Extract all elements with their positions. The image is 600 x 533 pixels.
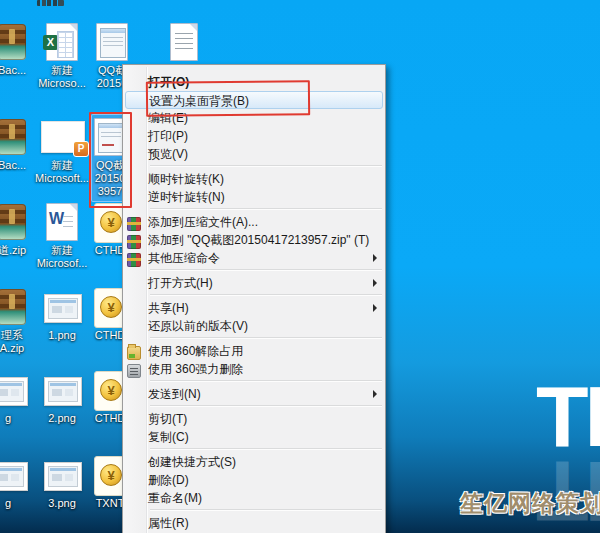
menu-item-label: 使用 360解除占用 xyxy=(148,344,243,358)
menu-item-other-compression[interactable]: 其他压缩命令 xyxy=(123,249,385,267)
menu-item-label: 顺时针旋转(K) xyxy=(148,172,224,186)
menu-item-label: 添加到压缩文件(A)... xyxy=(148,215,258,229)
menu-item-label: 打印(P) xyxy=(148,129,188,143)
png-image-icon xyxy=(44,462,82,491)
menu-item-label: 删除(D) xyxy=(148,473,189,487)
menu-separator xyxy=(150,294,382,296)
menu-item-rename[interactable]: 重命名(M) xyxy=(123,489,385,507)
menu-item-preview[interactable]: 预览(V) xyxy=(123,145,385,163)
winrar-archive-icon xyxy=(0,204,26,240)
menu-item-label: 共享(H) xyxy=(148,301,189,315)
word-file-icon: W xyxy=(46,203,78,241)
menu-item-rotate-ccw[interactable]: 逆时针旋转(N) xyxy=(123,188,385,206)
submenu-arrow-icon xyxy=(373,304,377,312)
menu-item-label: 还原以前的版本(V) xyxy=(148,319,248,333)
excel-file-icon: X xyxy=(46,23,78,61)
menu-item-360-force-delete[interactable]: 使用 360强力删除 xyxy=(123,360,385,378)
menu-item-create-shortcut[interactable]: 创建快捷方式(S) xyxy=(123,453,385,471)
context-menu: 打开(O)设置为桌面背景(B)编辑(E)打印(P)预览(V)顺时针旋转(K)逆时… xyxy=(122,64,386,533)
menu-item-cut[interactable]: 剪切(T) xyxy=(123,410,385,428)
menu-item-print[interactable]: 打印(P) xyxy=(123,127,385,145)
submenu-arrow-icon xyxy=(373,279,377,287)
menu-separator xyxy=(150,405,382,407)
menu-item-label: 其他压缩命令 xyxy=(148,251,220,265)
winrar-icon xyxy=(127,217,141,231)
menu-item-open-with[interactable]: 打开方式(H) xyxy=(123,274,385,292)
menu-item-label: 打开方式(H) xyxy=(148,276,213,290)
menu-item-send-to[interactable]: 发送到(N) xyxy=(123,385,385,403)
menu-separator xyxy=(150,208,382,210)
watermark: 笙亿网络策划 xyxy=(460,488,600,519)
winrar-archive-icon xyxy=(0,289,26,325)
menu-item-label: 重命名(M) xyxy=(148,491,202,505)
menu-item-label: 添加到 "QQ截图20150417213957.zip" (T) xyxy=(148,233,369,247)
menu-item-label: 逆时针旋转(N) xyxy=(148,190,225,204)
menu-item-add-to-archive[interactable]: 添加到压缩文件(A)... xyxy=(123,213,385,231)
menu-item-360-unlock[interactable]: 使用 360解除占用 xyxy=(123,342,385,360)
png-image-icon xyxy=(44,294,82,323)
png-image-icon xyxy=(0,377,28,406)
shredder-360-icon xyxy=(127,364,141,378)
cutoff-icon-label-fragment xyxy=(37,0,64,6)
menu-item-delete[interactable]: 删除(D) xyxy=(123,471,385,489)
desktop-icon-notepad[interactable] xyxy=(152,22,216,64)
text-document-icon xyxy=(170,23,198,61)
screenshot-image-icon xyxy=(96,23,128,61)
png-image-icon xyxy=(0,462,28,491)
menu-item-label: 发送到(N) xyxy=(148,387,201,401)
submenu-arrow-icon xyxy=(373,254,377,262)
menu-item-label: 使用 360强力删除 xyxy=(148,362,243,376)
menu-item-copy[interactable]: 复制(C) xyxy=(123,428,385,446)
winrar-icon xyxy=(127,253,141,267)
annotation-box-menu-item xyxy=(146,80,310,117)
annotation-box-selected-file xyxy=(89,112,132,208)
png-image-icon xyxy=(44,377,82,406)
winrar-archive-icon xyxy=(0,24,26,60)
menu-item-rotate-cw[interactable]: 顺时针旋转(K) xyxy=(123,170,385,188)
submenu-arrow-icon xyxy=(373,390,377,398)
menu-separator xyxy=(150,380,382,382)
menu-separator xyxy=(150,448,382,450)
menu-item-share[interactable]: 共享(H) xyxy=(123,299,385,317)
winrar-archive-icon xyxy=(0,119,26,155)
menu-item-label: 创建快捷方式(S) xyxy=(148,455,236,469)
folder-360-icon xyxy=(127,346,141,360)
winrar-icon xyxy=(127,235,141,249)
menu-separator xyxy=(150,509,382,511)
menu-separator xyxy=(150,269,382,271)
menu-item-label: 属性(R) xyxy=(148,516,189,530)
menu-item-restore-previous[interactable]: 还原以前的版本(V) xyxy=(123,317,385,335)
menu-item-add-to-zip[interactable]: 添加到 "QQ截图20150417213957.zip" (T) xyxy=(123,231,385,249)
menu-item-label: 剪切(T) xyxy=(148,412,187,426)
menu-separator xyxy=(150,165,382,167)
menu-item-label: 复制(C) xyxy=(148,430,189,444)
menu-item-label: 预览(V) xyxy=(148,147,188,161)
menu-separator xyxy=(150,337,382,339)
menu-item-properties[interactable]: 属性(R) xyxy=(123,514,385,532)
desktop[interactable]: TI TI Bac...X新建Microso...QQ截20150Bac...P… xyxy=(0,0,600,533)
